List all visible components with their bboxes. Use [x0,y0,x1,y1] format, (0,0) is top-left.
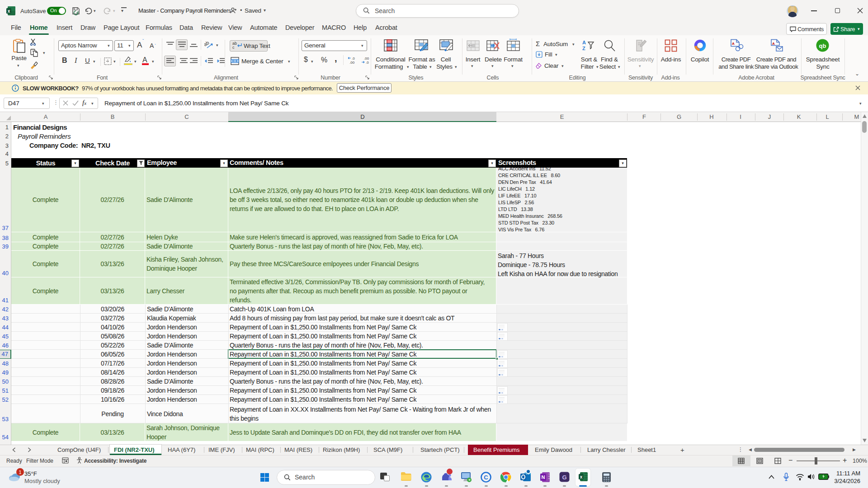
svg-text:G: G [562,474,566,481]
svg-text:.0: .0 [352,56,355,61]
svg-text:qb: qb [819,42,826,49]
svg-text:A: A [732,42,735,46]
svg-text:N: N [542,474,545,480]
svg-text:A: A [772,42,775,46]
svg-text:.00: .00 [364,56,369,61]
svg-text:.0: .0 [366,61,369,64]
svg-text:x: x [580,474,583,479]
svg-text:C: C [484,474,488,481]
svg-text:x: x [8,9,10,14]
svg-text:.00: .00 [349,61,355,64]
svg-text:Z: Z [582,46,585,51]
svg-text:A: A [582,40,586,45]
